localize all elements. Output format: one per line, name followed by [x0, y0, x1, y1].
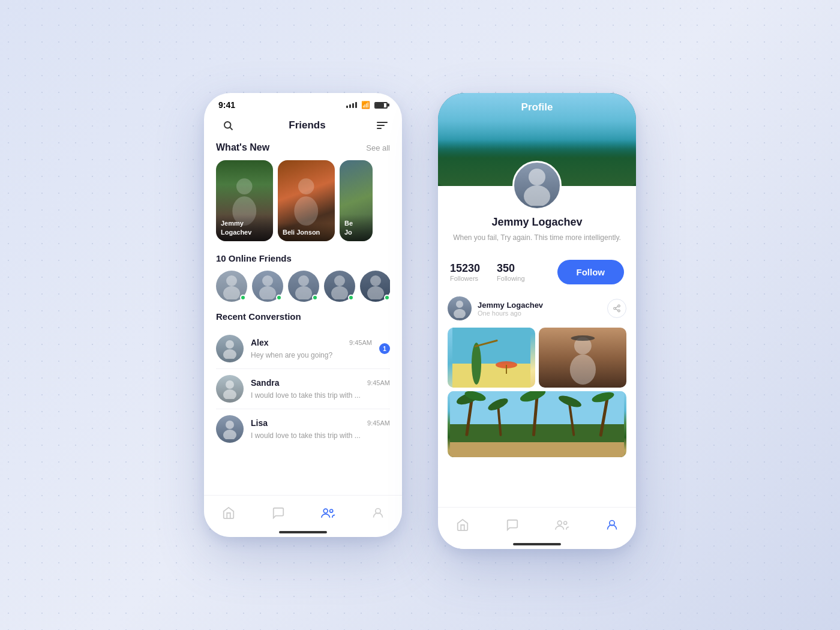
- app-header-left: Friends: [204, 112, 402, 142]
- online-avatar-2[interactable]: [252, 271, 283, 302]
- post-image-person: [539, 328, 626, 388]
- whats-new-section: What's New See all Jemmy Logachev: [204, 142, 402, 248]
- online-dot: [384, 295, 390, 301]
- svg-point-29: [456, 301, 463, 308]
- conv-msg-lisa: I would love to take this trip with ...: [251, 431, 361, 440]
- post-author-name: Jemmy Logachev: [478, 301, 601, 310]
- svg-rect-47: [450, 442, 624, 457]
- profile-cover: Profile: [438, 93, 636, 186]
- post-section: Jemmy Logachev One hours ago: [438, 294, 636, 464]
- post-author-info: Jemmy Logachev One hours ago: [478, 301, 601, 317]
- time-left: 9:41: [218, 100, 235, 110]
- conversations-list: Alex 9:45AM Hey when are you going? 1: [216, 329, 390, 449]
- svg-point-43: [569, 355, 595, 385]
- battery-icon: [374, 102, 388, 109]
- conv-badge-alex: 1: [379, 343, 390, 354]
- follow-button[interactable]: Follow: [557, 260, 625, 284]
- svg-point-44: [571, 335, 595, 341]
- online-avatars-list: [216, 271, 390, 302]
- online-avatar-1[interactable]: [216, 271, 247, 302]
- conv-msg-sandra: I would love to take this trip with ...: [251, 391, 361, 400]
- nav-profile-right[interactable]: [596, 516, 628, 534]
- svg-point-13: [331, 286, 348, 299]
- conv-name-sandra: Sandra: [251, 378, 279, 388]
- post-images: [448, 328, 626, 457]
- nav-home-right[interactable]: [446, 516, 479, 534]
- online-dot: [240, 295, 246, 301]
- profile-name: Jemmy Logachev: [450, 216, 624, 229]
- online-avatar-3[interactable]: [288, 271, 319, 302]
- nav-friends-right[interactable]: [545, 516, 579, 534]
- story-card-3[interactable]: BeJo: [340, 160, 373, 241]
- svg-point-22: [226, 421, 234, 429]
- conversation-alex[interactable]: Alex 9:45AM Hey when are you going? 1: [216, 329, 390, 369]
- profile-info: Jemmy Logachev When you fail, Try again.…: [438, 216, 636, 253]
- nav-bar-indicator-right: [513, 543, 561, 545]
- svg-point-14: [370, 275, 381, 286]
- svg-rect-36: [452, 328, 530, 364]
- svg-point-19: [223, 349, 236, 359]
- online-avatar-4[interactable]: [324, 271, 355, 302]
- story-card-2[interactable]: Beli Jonson: [278, 160, 335, 241]
- conv-time-alex: 9:45AM: [349, 339, 372, 346]
- svg-point-27: [529, 169, 545, 185]
- search-button[interactable]: [218, 116, 238, 135]
- post-time: One hours ago: [478, 310, 601, 317]
- conversation-sandra[interactable]: Sandra 9:45AM I would love to take this …: [216, 369, 390, 409]
- friends-title: Friends: [289, 119, 325, 131]
- story-card-1[interactable]: Jemmy Logachev: [216, 160, 273, 241]
- svg-point-21: [223, 389, 236, 399]
- following-count: 350: [497, 262, 524, 275]
- svg-point-8: [262, 275, 273, 286]
- conv-name-lisa: Lisa: [251, 418, 268, 428]
- story-cards: Jemmy Logachev Beli Jonson: [216, 160, 390, 241]
- conv-content-lisa: Lisa 9:45AM I would love to take this tr…: [251, 418, 390, 440]
- online-friends-section: 10 Online Friends: [204, 248, 402, 309]
- svg-point-20: [226, 380, 234, 389]
- nav-friends-left[interactable]: [311, 504, 345, 522]
- svg-rect-37: [452, 364, 530, 388]
- filter-button[interactable]: [377, 122, 388, 129]
- right-phone: Profile Jemmy Logachev When you fail, Tr…: [438, 93, 636, 549]
- share-button[interactable]: [607, 299, 626, 318]
- conv-avatar-sandra: [216, 375, 244, 403]
- conv-time-sandra: 9:45AM: [367, 379, 390, 386]
- post-image-beach: [448, 328, 535, 388]
- see-all-button[interactable]: See all: [366, 143, 390, 152]
- nav-chat-left[interactable]: [262, 504, 295, 522]
- conv-content-sandra: Sandra 9:45AM I would love to take this …: [251, 378, 390, 400]
- followers-count: 15230: [450, 262, 480, 275]
- phones-container: 9:41 📶 Fri: [204, 81, 636, 549]
- svg-point-15: [367, 286, 384, 299]
- svg-line-1: [230, 127, 232, 130]
- left-phone: 9:41 📶 Fri: [204, 93, 402, 537]
- svg-point-60: [564, 521, 567, 524]
- svg-point-38: [472, 343, 481, 385]
- nav-chat-right[interactable]: [496, 516, 529, 534]
- story-overlay-3: BeJo: [340, 214, 373, 241]
- svg-point-0: [224, 122, 231, 128]
- profile-stats: 15230 Followers 350 Following Follow: [438, 253, 636, 294]
- conv-avatar-lisa: [216, 415, 244, 443]
- signal-icon: [346, 102, 357, 108]
- svg-point-32: [614, 307, 616, 310]
- svg-point-10: [298, 275, 309, 286]
- post-author-avatar: [448, 296, 472, 320]
- nav-profile-left[interactable]: [362, 504, 394, 522]
- nav-bar-indicator-left: [279, 531, 327, 533]
- bottom-nav-left: [204, 495, 402, 537]
- conversation-lisa[interactable]: Lisa 9:45AM I would love to take this tr…: [216, 409, 390, 449]
- conversations-title: Recent Converstion: [216, 311, 390, 322]
- online-avatar-5[interactable]: [360, 271, 390, 302]
- svg-point-4: [298, 178, 314, 194]
- profile-avatar: [512, 161, 562, 210]
- svg-rect-41: [506, 365, 507, 374]
- story-name-2: Beli Jonson: [283, 228, 330, 236]
- svg-line-34: [616, 309, 618, 310]
- svg-point-33: [618, 310, 620, 312]
- svg-point-7: [223, 286, 240, 299]
- following-stat: 350 Following: [497, 262, 524, 282]
- nav-home-left[interactable]: [212, 504, 245, 522]
- post-image-palm: [448, 391, 626, 457]
- followers-stat: 15230 Followers: [450, 262, 480, 282]
